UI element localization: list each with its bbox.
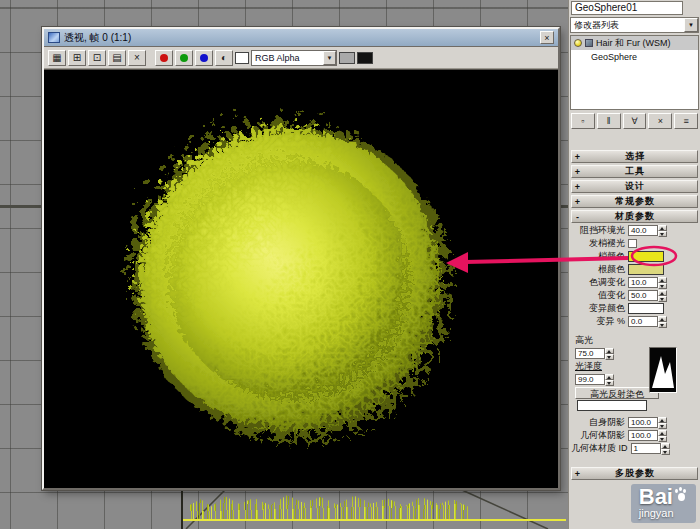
configure-icon: ≡	[683, 116, 688, 126]
background-swatch[interactable]	[339, 52, 355, 64]
green-channel-button[interactable]	[175, 50, 193, 66]
modifier-list-dropdown[interactable]: 修改器列表 ▼	[570, 17, 699, 33]
param-row: 自身阴影 100.0	[571, 416, 673, 429]
value-variation-spinner[interactable]	[658, 290, 667, 302]
delete-icon: ×	[134, 53, 140, 63]
spin-down-button[interactable]	[658, 436, 667, 442]
trash-icon: ×	[658, 116, 663, 126]
self-shadow-field[interactable]: 100.0	[628, 417, 658, 428]
param-row: 梢颜色	[571, 250, 673, 263]
specular-tint-button[interactable]: 高光反射染色	[575, 387, 659, 399]
self-shadow-spinner[interactable]	[658, 417, 667, 429]
spin-down-button[interactable]	[658, 231, 667, 237]
specular-curve-icon	[650, 348, 676, 392]
param-row: 根颜色	[571, 263, 673, 276]
command-panel: GeoSphere01 修改器列表 ▼ Hair 和 Fur (WSM) Geo…	[568, 0, 700, 529]
make-unique-button[interactable]: ∀	[623, 113, 647, 129]
tip-color-swatch[interactable]	[628, 251, 664, 262]
occluded-amb-field[interactable]: 40.0	[628, 225, 658, 236]
alpha-channel-button[interactable]	[235, 52, 249, 64]
geometry-material-id-label: 几何体材质 ID	[571, 442, 631, 455]
channel-display-select[interactable]: RGB Alpha ▼	[251, 50, 337, 66]
geometry-material-id-field[interactable]: 1	[631, 443, 661, 454]
glossiness-label: 光泽度	[575, 360, 602, 373]
spin-down-button[interactable]	[661, 449, 670, 455]
copy-icon: ⊡	[93, 53, 101, 63]
glossiness-field[interactable]: 99.0	[575, 374, 605, 385]
spin-down-button[interactable]	[658, 322, 667, 328]
clear-image-button[interactable]: ×	[128, 50, 146, 66]
watermark-subtext: jingyan	[639, 507, 688, 519]
stack-item-geosphere[interactable]: GeoSphere	[571, 50, 698, 64]
hue-variation-field[interactable]: 10.0	[628, 277, 658, 288]
close-button[interactable]: ×	[540, 31, 554, 44]
mutant-percent-label: 变异 %	[571, 315, 628, 328]
rollout-material-parameters[interactable]: - 材质参数	[571, 210, 698, 223]
rollout-styling[interactable]: + 设计	[571, 180, 698, 193]
spin-down-button[interactable]	[658, 283, 667, 289]
monochrome-button[interactable]: ◐	[215, 50, 233, 66]
param-row: 值变化 50.0	[571, 289, 673, 302]
print-button[interactable]: ▤	[108, 50, 126, 66]
rollout-multistrand-parameters[interactable]: + 多股参数	[571, 467, 698, 480]
save-icon: ▦	[52, 53, 61, 63]
red-channel-button[interactable]	[155, 50, 173, 66]
rollout-general-parameters[interactable]: + 常规参数	[571, 195, 698, 208]
blue-channel-button[interactable]	[195, 50, 213, 66]
expand-icon: +	[572, 167, 583, 177]
red-channel-icon	[160, 54, 168, 62]
material-parameters-body: 阻挡环境光 40.0 发梢褪光 梢颜色 根颜色 色调变化 10.0 值变化	[571, 224, 673, 455]
spin-down-button[interactable]	[658, 423, 667, 429]
specular-spinner[interactable]	[605, 348, 614, 360]
clone-window-button[interactable]: ⊞	[68, 50, 86, 66]
render-window-titlebar[interactable]: 透视, 帧 0 (1:1) ×	[44, 29, 558, 47]
configure-modifier-sets-button[interactable]: ≡	[674, 113, 698, 129]
green-channel-icon	[180, 54, 188, 62]
blue-channel-icon	[200, 54, 208, 62]
rollout-tools[interactable]: + 工具	[571, 165, 698, 178]
geometry-shadow-field[interactable]: 100.0	[628, 430, 658, 441]
rollout-label: 材质参数	[583, 210, 697, 223]
bulb-icon	[574, 39, 582, 47]
geometry-material-id-spinner[interactable]	[661, 443, 670, 455]
tip-fade-checkbox[interactable]	[628, 239, 637, 248]
modifier-list-arrow-button[interactable]: ▼	[684, 18, 698, 32]
channel-dropdown-button[interactable]: ▼	[323, 51, 336, 65]
active-viewport-border	[183, 519, 566, 521]
specular-field[interactable]: 75.0	[575, 348, 605, 359]
print-icon: ▤	[112, 53, 121, 63]
occluded-amb-spinner[interactable]	[658, 225, 667, 237]
geometry-shadow-spinner[interactable]	[658, 430, 667, 442]
root-color-swatch[interactable]	[628, 264, 664, 275]
param-row	[571, 399, 673, 412]
mutant-percent-spinner[interactable]	[658, 316, 667, 328]
spin-down-button[interactable]	[605, 354, 614, 360]
show-end-result-button[interactable]: ‖	[597, 113, 621, 129]
spin-down-button[interactable]	[658, 296, 667, 302]
show-end-result-icon: ‖	[607, 116, 611, 126]
pin-stack-button[interactable]: ▫	[571, 113, 595, 129]
remove-modifier-button[interactable]: ×	[648, 113, 672, 129]
specular-tint-swatch[interactable]	[577, 400, 647, 411]
glossiness-spinner[interactable]	[605, 374, 614, 386]
value-variation-field[interactable]: 50.0	[628, 290, 658, 301]
channel-display-value: RGB Alpha	[252, 53, 323, 63]
foreground-swatch[interactable]	[357, 52, 373, 64]
param-row: 变异 % 0.0	[571, 315, 673, 328]
copy-image-button[interactable]: ⊡	[88, 50, 106, 66]
save-bitmap-button[interactable]: ▦	[48, 50, 66, 66]
fur-core	[161, 151, 401, 391]
stack-item-hair-and-fur[interactable]: Hair 和 Fur (WSM)	[571, 36, 698, 50]
spin-down-button[interactable]	[605, 380, 614, 386]
rollout-label: 工具	[583, 165, 697, 178]
rollout-selection[interactable]: + 选择	[571, 150, 698, 163]
chevron-down-icon: ▼	[327, 55, 333, 61]
mutant-color-swatch[interactable]	[628, 303, 664, 314]
hue-variation-spinner[interactable]	[658, 277, 667, 289]
object-name-field[interactable]: GeoSphere01	[571, 1, 683, 15]
mutant-percent-field[interactable]: 0.0	[628, 316, 658, 327]
render-frame-window: 透视, 帧 0 (1:1) × ▦ ⊞ ⊡ ▤ × ◐ RGB Alpha ▼	[42, 27, 560, 490]
geometry-shadow-label: 几何体阴影	[571, 429, 628, 442]
stack-toolbar: ▫ ‖ ∀ × ≡	[570, 112, 699, 130]
self-shadow-label: 自身阴影	[571, 416, 628, 429]
